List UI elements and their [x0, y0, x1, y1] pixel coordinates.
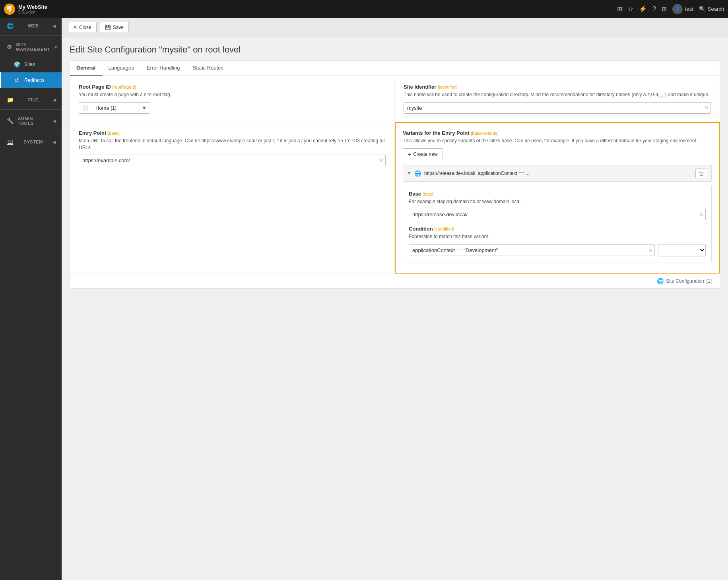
condition-clear-icon[interactable]: ✕: [648, 248, 652, 253]
create-new-button[interactable]: + Create new: [403, 148, 443, 160]
sidebar-item-sites[interactable]: 🌍 Sites: [0, 56, 62, 72]
tab-static-routes[interactable]: Static Routes: [186, 61, 230, 76]
condition-select[interactable]: [658, 244, 706, 256]
user-menu[interactable]: 👤 test: [672, 4, 693, 14]
grid-icon[interactable]: ⊞: [662, 5, 667, 13]
site-identifier-key: [identifier]: [438, 85, 457, 89]
variant-base-clear-icon[interactable]: ✕: [699, 212, 703, 217]
redirects-icon: ↺: [13, 77, 20, 83]
sidebar-item-web[interactable]: 🌐 WEB ◀: [0, 18, 62, 34]
globe-icon: 🌐: [414, 170, 421, 177]
sidebar-divider-4: [0, 132, 62, 132]
lightning-icon[interactable]: ⚡: [639, 5, 647, 13]
page-selector[interactable]: 📄 Home [1] ▼: [79, 102, 150, 114]
user-avatar: 👤: [672, 4, 683, 14]
root-page-id-section: Root Page ID [rootPageId] You must creat…: [70, 76, 395, 122]
sidebar-item-redirects[interactable]: ↺ Redirects: [0, 72, 62, 88]
variant-base-key: [base]: [423, 192, 435, 196]
sidebar-label-system: SYSTEM: [24, 140, 43, 144]
site-management-icon: ⚙: [7, 44, 12, 50]
system-icon: 💻: [7, 139, 14, 145]
variant-condition-desc: Expression to match this base variant.: [409, 233, 706, 240]
page-title-area: Edit Site Configuration "mysite" on root…: [62, 37, 728, 60]
page-selector-arrow-icon[interactable]: ▼: [138, 103, 150, 113]
site-version: 9.5.1-dev: [18, 10, 47, 14]
system-arrow-icon: ◀: [52, 140, 56, 144]
sidebar-divider-3: [0, 109, 62, 110]
typo3-logo-icon: [4, 4, 15, 15]
sidebar-divider-2: [0, 90, 62, 90]
apps-icon[interactable]: ⊞: [617, 5, 622, 13]
site-logo[interactable]: My WebSite 9.5.1-dev: [4, 4, 47, 15]
sidebar-divider-1: [0, 35, 62, 36]
site-identifier-section: Site Identifier [identifier] This name w…: [395, 76, 720, 122]
variant-base-label: Base [base]: [409, 191, 706, 197]
search-button[interactable]: 🔍 Search: [699, 6, 724, 12]
variant-row: ▼ 🌐 https://release.dev.local/, applicat…: [403, 165, 712, 182]
sidebar-label-admin-tools: ADMIN TOOLS: [18, 116, 49, 126]
sidebar-item-admin-tools[interactable]: 🔧 ADMIN TOOLS ◀: [0, 111, 62, 130]
entry-point-desc: Main URL to call the frontend in default…: [79, 138, 386, 151]
close-icon: ✕: [73, 25, 77, 30]
web-arrow-icon: ◀: [52, 24, 56, 28]
site-identifier-desc: This name will be used to create the con…: [404, 91, 711, 98]
topbar: My WebSite 9.5.1-dev ⊞ ☆ ⚡ ? ⊞ 👤 test 🔍 …: [0, 0, 728, 18]
variant-condition-key: [condition]: [434, 227, 454, 231]
save-label: Save: [113, 25, 124, 30]
tabs: General Languages Error Handling Static …: [70, 61, 720, 76]
delete-icon: 🗑: [699, 170, 704, 177]
condition-input-wrapper: ✕: [409, 244, 655, 256]
root-page-id-desc: You must create a page with a site root …: [79, 91, 386, 98]
search-icon: 🔍: [699, 6, 705, 12]
admin-tools-icon: 🔧: [7, 118, 14, 124]
variant-base-field: Base [base] For example staging.domain.t…: [409, 191, 706, 221]
site-name: My WebSite: [18, 4, 47, 10]
page-title: Edit Site Configuration "mysite" on root…: [70, 45, 720, 55]
condition-input[interactable]: [409, 244, 655, 256]
file-arrow-icon: ◀: [53, 98, 56, 102]
plus-icon: +: [408, 151, 411, 157]
variant-base-input[interactable]: [409, 209, 706, 220]
sidebar-label-redirects: Redirects: [24, 78, 45, 83]
variants-label: Variants for the Entry Point [baseVarian…: [403, 130, 712, 136]
variant-condition-label: Condition [condition]: [409, 226, 706, 232]
site-management-arrow-icon: ▼: [54, 45, 58, 49]
site-identifier-clear-icon[interactable]: ✕: [705, 105, 709, 111]
tab-languages[interactable]: Languages: [102, 61, 140, 76]
entry-point-clear-icon[interactable]: ✕: [379, 158, 383, 163]
sidebar: 🌐 WEB ◀ ⚙ SITE MANAGEMENT ▼ 🌍 Sites ↺ Re…: [0, 18, 62, 580]
site-identifier-input[interactable]: [404, 102, 711, 114]
entry-point-section: Entry Point [base] Main URL to call the …: [70, 122, 395, 274]
sites-icon: 🌍: [13, 61, 20, 68]
variant-delete-button[interactable]: 🗑: [695, 169, 707, 178]
close-label: Close: [79, 25, 91, 30]
toolbar: ✕ Close 💾 Save: [62, 18, 728, 37]
variants-key: [baseVariants]: [471, 131, 499, 136]
main-content: ✕ Close 💾 Save Edit Site Configuration "…: [62, 18, 728, 580]
tab-general[interactable]: General: [70, 61, 102, 76]
entry-point-input-wrapper: ✕: [79, 155, 386, 166]
entry-point-key: [base]: [108, 131, 120, 136]
create-new-label: Create new: [413, 151, 437, 157]
web-icon: 🌐: [7, 23, 14, 29]
entry-point-input[interactable]: [79, 155, 386, 166]
sidebar-label-site-management: SITE MANAGEMENT: [16, 42, 50, 52]
site-identifier-label: Site Identifier [identifier]: [404, 84, 711, 90]
content-footer: 🌐 Site Configuration [1]: [70, 274, 720, 288]
save-button[interactable]: 💾 Save: [100, 22, 129, 33]
variant-expand-icon[interactable]: ▼: [407, 171, 411, 175]
variants-section: Variants for the Entry Point [baseVarian…: [395, 122, 720, 274]
sidebar-label-web: WEB: [28, 23, 39, 28]
bookmark-icon[interactable]: ☆: [628, 5, 633, 13]
topbar-actions: ⊞ ☆ ⚡ ? ⊞ 👤 test 🔍 Search: [617, 4, 724, 14]
sidebar-item-file[interactable]: 📁 FILE ◀: [0, 92, 62, 108]
variant-base-desc: For example staging.domain.tld or www.do…: [409, 198, 706, 205]
sidebar-item-site-management[interactable]: ⚙ SITE MANAGEMENT ▼: [0, 37, 62, 56]
tab-error-handling[interactable]: Error Handling: [140, 61, 186, 76]
site-identifier-input-wrapper: ✕: [404, 102, 711, 114]
help-icon[interactable]: ?: [652, 6, 656, 13]
variants-desc: This allows you to specify variants of t…: [403, 138, 712, 144]
sidebar-item-system[interactable]: 💻 SYSTEM ◀: [0, 134, 62, 150]
close-button[interactable]: ✕ Close: [68, 22, 97, 33]
footer-globe-icon: 🌐: [657, 278, 664, 284]
